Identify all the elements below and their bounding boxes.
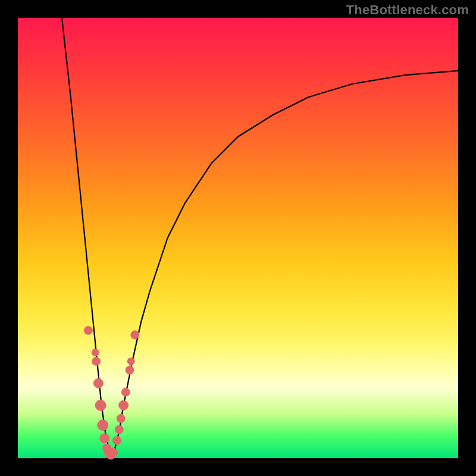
- curve-marker: [100, 434, 109, 443]
- curve-marker: [95, 400, 106, 411]
- watermark-text: TheBottleneck.com: [346, 2, 469, 18]
- curve-marker: [92, 349, 99, 356]
- chart-svg: [18, 18, 458, 458]
- bottleneck-curve: [62, 18, 458, 454]
- curve-marker: [117, 414, 125, 422]
- curve-marker: [119, 400, 129, 410]
- frame: TheBottleneck.com: [0, 0, 476, 476]
- curve-marker: [131, 331, 139, 339]
- curve-marker: [121, 388, 130, 396]
- curve-marker: [92, 357, 101, 365]
- curve-marker: [115, 425, 123, 434]
- curve-marker: [98, 420, 108, 431]
- curve-marker: [93, 378, 103, 388]
- curve-marker: [126, 366, 134, 374]
- marker-group: [84, 326, 139, 459]
- curve-marker: [127, 358, 134, 365]
- curve-marker: [113, 436, 121, 444]
- curve-marker: [84, 326, 92, 334]
- curve-marker: [108, 448, 118, 458]
